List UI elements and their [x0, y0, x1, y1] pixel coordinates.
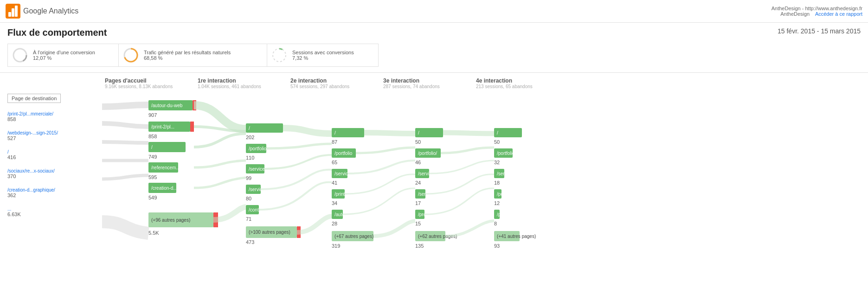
- metric-card-1: À l'origine d'une conversion 12,07 %: [7, 44, 119, 67]
- col3-node-3-count: 34: [332, 200, 337, 206]
- col2-node-2-count: 99: [246, 175, 251, 181]
- metric1-label: À l'origine d'une conversion: [33, 50, 95, 55]
- source-count-3: 370: [7, 173, 102, 179]
- ga-logo-icon: [6, 4, 20, 19]
- metric2-value: 68,58 %: [144, 55, 231, 61]
- col-header-int4: 4e interaction 213 sessions, 65 abandons: [476, 77, 569, 89]
- col5-node-4-count: 8: [494, 221, 497, 226]
- col5-node-4-label: /print-2/pl...: [497, 212, 520, 217]
- source-count-0: 858: [7, 116, 102, 122]
- svg-point-8: [273, 49, 286, 62]
- col1-node-3-label: /referencem...: [151, 165, 180, 170]
- col-header-int1: 1re interaction 1.04K sessions, 461 aban…: [198, 77, 290, 89]
- col4-title: 3e interaction: [383, 77, 471, 84]
- col5-node-0-count: 50: [494, 139, 500, 145]
- col1-node-4-label: /creation-d...: [151, 186, 177, 191]
- svg-rect-3: [15, 6, 18, 17]
- report-link[interactable]: Accéder à ce rapport: [815, 11, 862, 17]
- main-content: Google Analytics AntheDesign - http://ww…: [0, 0, 868, 287]
- source-label-5[interactable]: ...: [7, 206, 102, 212]
- date-range: 15 févr. 2015 - 15 mars 2015: [778, 27, 861, 35]
- col1-node-1-count: 858: [148, 134, 157, 139]
- col5-node-0-label: /: [497, 130, 498, 135]
- col5-node-0[interactable]: [494, 128, 522, 137]
- flow-diagram-container: Pages d'accueil 9.16K sessions, 8.13K ab…: [0, 73, 868, 287]
- col3-node-0[interactable]: [332, 128, 364, 137]
- col-header-pages-accueil: Pages d'accueil 9.16K sessions, 8.13K ab…: [105, 77, 198, 89]
- col4-node-0[interactable]: [415, 128, 443, 137]
- page-title: Flux de comportement: [7, 27, 861, 38]
- col3-stats: 574 sessions, 297 abandons: [290, 84, 379, 89]
- conversion-origin-icon: [12, 47, 28, 64]
- col3-node-5-label: (+67 autres pages): [334, 234, 373, 239]
- col5-node-2-label: /services: [497, 171, 515, 176]
- source-count-5: 6.63K: [7, 212, 102, 217]
- col5-node-3-count: 12: [494, 200, 500, 206]
- col5-node-2-count: 18: [494, 180, 500, 186]
- source-label-3[interactable]: /sociaux/re...x-sociaux/: [7, 168, 102, 173]
- col2-node-5-count: 473: [246, 239, 254, 245]
- header: Google Analytics AntheDesign - http://ww…: [0, 0, 868, 23]
- flow-main-row: Page de destination /print-2/pl...mmerci…: [0, 92, 868, 287]
- col5-title: 4e interaction: [476, 77, 564, 84]
- metric2-label: Trafic généré par les résultats naturels: [144, 50, 231, 55]
- source-item-4: /creation-d...graphique/ 362: [7, 187, 102, 198]
- source-label-2[interactable]: /: [7, 149, 102, 154]
- source-filter-box[interactable]: Page de destination: [7, 94, 61, 103]
- col3-node-5-count: 319: [332, 243, 340, 249]
- col1-node-2-count: 749: [148, 154, 157, 160]
- source-label-0[interactable]: /print-2/pl...mmerciale/: [7, 111, 102, 116]
- col1-node-5-label: (+96 autres pages): [151, 218, 190, 223]
- app-title: Google Analytics: [23, 7, 78, 15]
- col1-stats: 9.16K sessions, 8.13K abandons: [105, 84, 193, 89]
- col2-node-0-label: /: [249, 126, 250, 131]
- metric-card-3: Sessions avec conversions 7,32 %: [267, 44, 379, 67]
- source-item-1: /webdesign-...sign-2015/ 527: [7, 130, 102, 141]
- col1-title: Pages d'accueil: [105, 77, 193, 84]
- col5-node-5-count: 93: [494, 243, 500, 249]
- col5-node-1-count: 32: [494, 160, 500, 165]
- col5-node-1-label: /portfolio: [497, 151, 515, 156]
- col3-node-1-count: 65: [332, 160, 337, 165]
- col4-node-4-count: 15: [415, 221, 421, 226]
- col4-node-1-count: 46: [415, 160, 421, 165]
- col1-node-1-red: [190, 122, 194, 132]
- metric-card-2: Trafic généré par les résultats naturels…: [119, 44, 267, 67]
- col3-title: 2e interaction: [290, 77, 379, 84]
- col4-node-3-count: 17: [415, 200, 421, 206]
- source-item-2: / 416: [7, 149, 102, 160]
- col1-node-5-count: 5.5K: [148, 230, 159, 236]
- svg-rect-2: [12, 8, 14, 17]
- columns-headers: Pages d'accueil 9.16K sessions, 8.13K ab…: [0, 77, 868, 89]
- col2-node-1-count: 110: [246, 155, 254, 160]
- page-header: Flux de comportement 15 févr. 2015 - 15 …: [0, 23, 868, 40]
- col5-node-3-label: /portfolio/: [497, 192, 516, 197]
- col3-node-2-count: 41: [332, 180, 337, 186]
- source-column: Page de destination /print-2/pl...mmerci…: [0, 92, 102, 225]
- metrics-row: À l'origine d'une conversion 12,07 % Tra…: [0, 40, 868, 73]
- col-header-int2: 2e interaction 574 sessions, 297 abandon…: [290, 77, 383, 89]
- col1-node-2[interactable]: [148, 142, 186, 152]
- col1-node-0-label: /autour-du-web: [151, 103, 183, 108]
- metric1-value: 12,07 %: [33, 55, 95, 61]
- col5-node-5-label: (+41 autres pages): [497, 234, 536, 239]
- col2-title: 1re interaction: [198, 77, 286, 84]
- source-count-1: 527: [7, 135, 102, 141]
- source-item-5: ... 6.63K: [7, 206, 102, 217]
- col4-node-0-label: /: [418, 130, 419, 135]
- svg-rect-1: [8, 12, 11, 17]
- col3-node-4-count: 28: [332, 221, 337, 226]
- col2-node-4-count: 71: [246, 216, 251, 222]
- col4-node-2-count: 24: [415, 180, 421, 186]
- col2-stats: 1.04K sessions, 461 abandons: [198, 84, 286, 89]
- logo-area: Google Analytics: [6, 4, 78, 19]
- col1-node-4-count: 549: [148, 195, 157, 200]
- col2-node-0[interactable]: [246, 123, 283, 133]
- source-label-4[interactable]: /creation-d...graphique/: [7, 187, 102, 192]
- flow-svg: /autour-du-web 907 /print-2/pl... 858 / …: [102, 92, 566, 287]
- col-header-int3: 3e interaction 287 sessions, 74 abandons: [383, 77, 476, 89]
- organic-traffic-icon: [122, 47, 139, 64]
- col4-node-1-label: /portfolio/: [418, 151, 437, 156]
- col1-node-0-count: 907: [148, 112, 157, 118]
- source-label-1[interactable]: /webdesign-...sign-2015/: [7, 130, 102, 135]
